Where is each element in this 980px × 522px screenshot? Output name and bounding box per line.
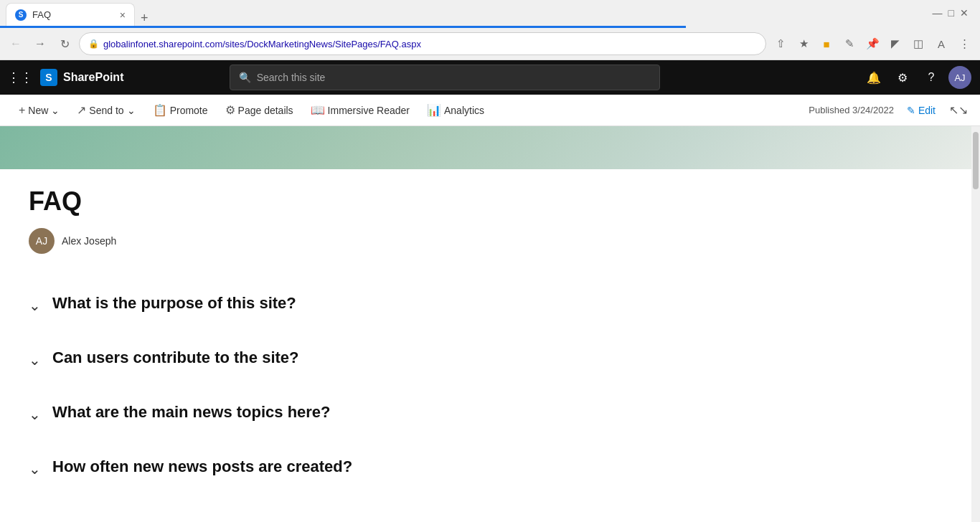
promote-label: Promote bbox=[170, 105, 208, 116]
immersive-reader-label: Immersive Reader bbox=[328, 105, 410, 116]
page-details-icon: ⚙ bbox=[225, 103, 235, 117]
bookmark-icon[interactable]: ★ bbox=[793, 34, 814, 54]
focus-button[interactable]: ↖↘ bbox=[948, 100, 969, 120]
immersive-reader-icon: 📖 bbox=[311, 103, 325, 117]
faq-chevron-1: ⌄ bbox=[29, 297, 41, 314]
tab-strip: S FAQ × + bbox=[6, 0, 927, 26]
analytics-icon: 📊 bbox=[427, 103, 441, 117]
faq-question-2: Can users contribute to the site? bbox=[52, 348, 299, 367]
back-button[interactable]: ← bbox=[6, 34, 26, 54]
user-avatar[interactable]: AJ bbox=[948, 66, 971, 89]
extension-icon-red[interactable]: ■ bbox=[816, 34, 837, 54]
toolbar-right: Published 3/24/2022 ✎ Edit ↖↘ bbox=[809, 100, 969, 120]
new-button[interactable]: + New ⌄ bbox=[11, 101, 67, 120]
maximize-button[interactable]: □ bbox=[948, 7, 954, 19]
appbar-actions: 🔔 ⚙ ? AJ bbox=[862, 66, 971, 89]
edit-pencil-icon: ✎ bbox=[907, 105, 915, 116]
page-hero-image bbox=[0, 126, 971, 169]
send-to-icon: ↗ bbox=[77, 103, 86, 117]
browser-title-bar: S FAQ × + — □ ✕ bbox=[0, 0, 980, 26]
annotation-icon[interactable]: ✎ bbox=[839, 34, 859, 54]
page-content: FAQ AJ Alex Joseph ⌄ What is the purpose… bbox=[0, 169, 646, 522]
published-date: Published 3/24/2022 bbox=[809, 105, 894, 115]
plus-icon: + bbox=[19, 104, 25, 117]
page-toolbar: + New ⌄ ↗ Send to ⌄ 📋 Promote ⚙ Page det… bbox=[0, 95, 980, 126]
page-area: FAQ AJ Alex Joseph ⌄ What is the purpose… bbox=[0, 126, 971, 522]
window-controls: — □ ✕ bbox=[927, 7, 974, 19]
faq-question-1: What is the purpose of this site? bbox=[52, 294, 296, 313]
faq-question-3: What are the main news topics here? bbox=[52, 403, 331, 422]
main-area: FAQ AJ Alex Joseph ⌄ What is the purpose… bbox=[0, 126, 980, 522]
sharepoint-logo-icon: S bbox=[40, 69, 57, 86]
sharepoint-appbar: ⋮⋮ S SharePoint 🔍 Search this site 🔔 ⚙ ?… bbox=[0, 60, 980, 95]
faq-item-3[interactable]: ⌄ What are the main news topics here? bbox=[29, 386, 617, 440]
address-text: globalinfonet.sharepoint.com/sites/DockM… bbox=[103, 39, 421, 49]
sharepoint-name: SharePoint bbox=[63, 71, 123, 84]
page-details-label: Page details bbox=[238, 105, 293, 116]
browser-actions: ⇧ ★ ■ ✎ 📌 ◤ ◫ A ⋮ bbox=[771, 34, 974, 54]
page-details-button[interactable]: ⚙ Page details bbox=[218, 100, 301, 120]
minimize-button[interactable]: — bbox=[933, 7, 943, 19]
new-tab-button[interactable]: + bbox=[135, 11, 154, 26]
settings-button[interactable]: ⚙ bbox=[891, 66, 914, 89]
send-to-chevron-icon: ⌄ bbox=[127, 105, 136, 116]
faq-item-1[interactable]: ⌄ What is the purpose of this site? bbox=[29, 277, 617, 331]
search-placeholder: Search this site bbox=[257, 72, 326, 83]
translate-icon[interactable]: A bbox=[931, 34, 951, 54]
faq-question-4: How often new news posts are created? bbox=[52, 457, 352, 476]
waffle-menu-button[interactable]: ⋮⋮ bbox=[9, 66, 32, 89]
lock-icon: 🔒 bbox=[88, 39, 99, 49]
menu-button[interactable]: ⋮ bbox=[954, 34, 974, 54]
promote-button[interactable]: 📋 Promote bbox=[146, 100, 215, 120]
scrollbar-thumb[interactable] bbox=[973, 132, 979, 189]
new-chevron-icon: ⌄ bbox=[51, 105, 60, 116]
send-to-label: Send to bbox=[89, 105, 123, 116]
faq-item-2[interactable]: ⌄ Can users contribute to the site? bbox=[29, 331, 617, 386]
author-avatar: AJ bbox=[29, 228, 55, 254]
search-icon: 🔍 bbox=[239, 72, 251, 83]
send-to-button[interactable]: ↗ Send to ⌄ bbox=[70, 100, 142, 120]
browser-chrome: S FAQ × + — □ ✕ ← → ↻ 🔒 globalinfonet.sh… bbox=[0, 0, 980, 60]
sidebar-icon[interactable]: ◫ bbox=[908, 34, 928, 54]
faq-chevron-3: ⌄ bbox=[29, 406, 41, 423]
close-button[interactable]: ✕ bbox=[960, 7, 969, 19]
search-box-container: 🔍 Search this site bbox=[230, 65, 660, 90]
active-tab[interactable]: S FAQ × bbox=[6, 3, 135, 26]
new-label: New bbox=[28, 105, 48, 116]
address-bar[interactable]: 🔒 globalinfonet.sharepoint.com/sites/Doc… bbox=[79, 32, 766, 55]
faq-chevron-2: ⌄ bbox=[29, 351, 41, 369]
edit-button[interactable]: ✎ Edit bbox=[900, 102, 943, 119]
author-row: AJ Alex Joseph bbox=[29, 228, 617, 254]
help-button[interactable]: ? bbox=[920, 66, 943, 89]
edit-label: Edit bbox=[918, 105, 936, 116]
notifications-button[interactable]: 🔔 bbox=[862, 66, 885, 89]
pin-icon[interactable]: 📌 bbox=[862, 34, 882, 54]
faq-chevron-4: ⌄ bbox=[29, 460, 41, 478]
search-box[interactable]: 🔍 Search this site bbox=[230, 65, 660, 90]
promote-icon: 📋 bbox=[153, 103, 167, 117]
author-name: Alex Joseph bbox=[62, 235, 116, 247]
refresh-button[interactable]: ↻ bbox=[55, 34, 75, 54]
faq-item-4[interactable]: ⌄ How often new news posts are created? bbox=[29, 440, 617, 495]
scrollbar-track[interactable] bbox=[971, 126, 980, 522]
immersive-reader-button[interactable]: 📖 Immersive Reader bbox=[303, 100, 417, 120]
analytics-label: Analytics bbox=[444, 105, 484, 116]
page-title: FAQ bbox=[29, 186, 617, 217]
tab-close-button[interactable]: × bbox=[120, 9, 126, 21]
faq-list: ⌄ What is the purpose of this site? ⌄ Ca… bbox=[29, 277, 617, 495]
share-icon[interactable]: ⇧ bbox=[771, 34, 791, 54]
address-bar-row: ← → ↻ 🔒 globalinfonet.sharepoint.com/sit… bbox=[0, 28, 980, 60]
split-icon[interactable]: ◤ bbox=[885, 34, 905, 54]
analytics-button[interactable]: 📊 Analytics bbox=[420, 100, 491, 120]
forward-button[interactable]: → bbox=[30, 34, 50, 54]
sharepoint-logo[interactable]: S SharePoint bbox=[40, 69, 123, 86]
tab-favicon: S bbox=[15, 9, 27, 21]
tab-title: FAQ bbox=[32, 9, 51, 20]
